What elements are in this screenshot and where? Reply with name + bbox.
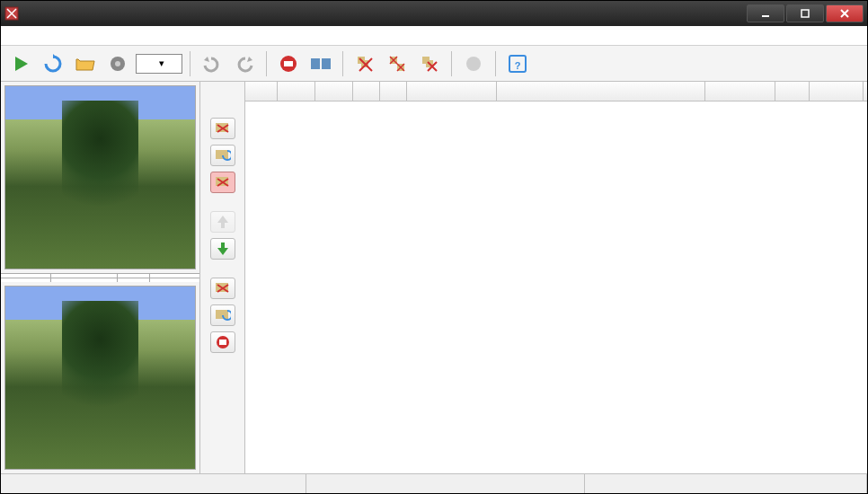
info-ext (118, 278, 150, 282)
col-size[interactable] (810, 82, 864, 101)
preview-bottom[interactable] (4, 286, 196, 470)
rotate-second-action[interactable] (210, 304, 235, 326)
stop-button[interactable] (274, 49, 303, 78)
preview-bottom-info (1, 278, 199, 282)
undo-button[interactable] (198, 49, 226, 78)
toolbar: ▾ ? (1, 46, 867, 82)
svg-point-4 (115, 61, 120, 66)
help-button[interactable]: ? (503, 49, 532, 78)
refresh-button[interactable] (39, 49, 67, 78)
info-path (150, 278, 199, 282)
grid-body[interactable] (245, 101, 867, 473)
action-panel (200, 82, 245, 473)
play-button[interactable] (6, 49, 35, 78)
delete-second-action[interactable] (210, 172, 235, 193)
rotate-first-action[interactable] (210, 145, 235, 166)
col-result[interactable] (380, 82, 407, 101)
menubar (1, 26, 867, 46)
col-diff[interactable] (315, 82, 353, 101)
delete-second-button[interactable] (415, 49, 444, 78)
grid-header (245, 82, 867, 101)
preview-panel (1, 82, 200, 473)
svg-rect-18 (216, 150, 228, 159)
col-type[interactable] (245, 82, 278, 101)
delete-first-button[interactable] (350, 49, 379, 78)
move-down-action[interactable] (210, 238, 235, 260)
info-dim (51, 278, 118, 282)
col-folder[interactable] (497, 82, 705, 101)
mistake-button[interactable] (459, 49, 488, 78)
minimize-button[interactable] (747, 4, 784, 22)
col-dimensions[interactable] (705, 82, 775, 101)
info-size (1, 278, 51, 282)
preview-top[interactable] (4, 85, 196, 269)
status-current (306, 474, 585, 493)
col-ext[interactable] (775, 82, 810, 101)
col-group[interactable] (278, 82, 315, 101)
stop-action[interactable] (210, 331, 235, 353)
move-up-action[interactable] (210, 211, 235, 233)
close-button[interactable] (826, 4, 864, 22)
maximize-button[interactable] (786, 4, 824, 22)
svg-rect-6 (311, 58, 320, 69)
delete-first-action[interactable] (210, 118, 235, 139)
titlebar (1, 1, 867, 26)
delete-both-button[interactable] (383, 49, 412, 78)
svg-rect-21 (216, 310, 228, 319)
col-transform[interactable] (353, 82, 380, 101)
redo-button[interactable] (230, 49, 259, 78)
svg-rect-7 (322, 58, 331, 69)
col-name[interactable] (407, 82, 497, 101)
delete-third-action[interactable] (210, 278, 235, 299)
open-button[interactable] (71, 49, 100, 78)
settings-button[interactable] (103, 49, 132, 78)
results-panel (245, 82, 867, 473)
app-icon (4, 6, 19, 21)
status-selected (585, 474, 867, 493)
statusbar (1, 473, 867, 493)
compare-button[interactable] (306, 49, 335, 78)
status-total (1, 474, 306, 493)
svg-point-14 (466, 57, 481, 71)
zoom-combo[interactable]: ▾ (136, 54, 182, 74)
svg-rect-2 (802, 10, 809, 17)
svg-text:?: ? (515, 60, 521, 71)
